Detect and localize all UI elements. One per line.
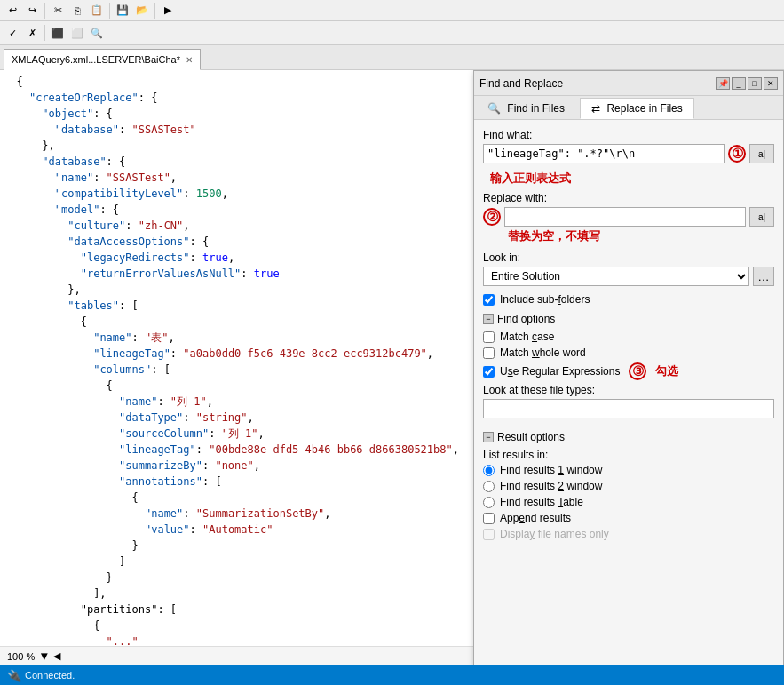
result-options-header[interactable]: − Result options <box>483 431 774 443</box>
display-file-names-checkbox <box>483 529 495 540</box>
find-options-header[interactable]: − Find options <box>483 313 774 325</box>
file-types-label: Look at these file types: <box>483 384 774 396</box>
toolbar-btn-open[interactable]: 📂 <box>133 2 151 20</box>
match-whole-word-label: Match whole word <box>500 346 586 359</box>
replace-options-btn[interactable]: a| <box>749 207 774 227</box>
replace-with-row: a| <box>504 207 774 227</box>
radio-find-results-table[interactable] <box>483 497 495 508</box>
tab-close-btn[interactable]: ✕ <box>186 55 193 65</box>
find-what-row: ① a| <box>483 144 774 163</box>
include-subfolders-checkbox[interactable] <box>483 294 495 306</box>
display-file-names-row: Display file names only <box>483 528 774 540</box>
match-case-label: Match case <box>500 331 554 343</box>
result-options-label: Result options <box>497 431 565 443</box>
toolbar-btn-b2-1[interactable]: ✓ <box>4 24 21 42</box>
annotation-circle-1: ① <box>728 145 746 163</box>
sep2 <box>109 3 110 19</box>
use-regex-checkbox[interactable] <box>483 366 495 378</box>
dialog-pin-btn[interactable]: 📌 <box>716 77 730 90</box>
radio-find-results-table-row: Find results Table <box>483 496 774 508</box>
dialog-close-btn[interactable]: ✕ <box>764 77 778 90</box>
match-case-checkbox[interactable] <box>483 331 495 343</box>
include-subfolders-row: Include sub-folders <box>483 293 774 306</box>
annotation-text-3: 勾选 <box>655 363 678 379</box>
toolbar-area: ↩ ↪ ✂ ⎘ 📋 💾 📂 ▶ ✓ ✗ ⬛ ⬜ 🔍 <box>0 0 784 45</box>
dialog-minimize-btn[interactable]: _ <box>732 77 746 90</box>
find-replace-dialog: Find and Replace 📌 _ □ ✕ 🔍 Find in Files… <box>473 70 784 665</box>
sep1 <box>44 3 45 19</box>
status-text: Connected. <box>25 670 75 681</box>
replace-with-label: Replace with: <box>483 192 774 204</box>
append-results-label: Append results <box>500 512 571 524</box>
toolbar-btn-save[interactable]: 💾 <box>114 2 131 20</box>
toolbar-btn-b2-2[interactable]: ✗ <box>23 24 41 42</box>
toolbar-btn-b2-5[interactable]: 🔍 <box>88 24 106 42</box>
radio-find-results-1[interactable] <box>483 465 495 476</box>
lookin-label: Look in: <box>483 251 774 264</box>
toolbar-btn-cut[interactable]: ✂ <box>49 2 67 20</box>
status-bar: 🔌 Connected. <box>0 665 784 685</box>
lookin-select[interactable]: Entire Solution Current Document <box>483 267 749 286</box>
annotation-circle-3: ③ <box>629 362 646 380</box>
dialog-title-text: Find and Replace <box>479 77 563 90</box>
annotation-circle-2: ② <box>483 208 501 226</box>
status-icon: 🔌 <box>7 669 21 682</box>
radio-find-results-2-row: Find results 2 window <box>483 480 774 492</box>
annotation-text-1: 输入正则表达式 <box>490 171 774 187</box>
find-what-input[interactable] <box>483 144 725 163</box>
toolbar-row2: ✓ ✗ ⬛ ⬜ 🔍 <box>0 21 784 44</box>
sep4 <box>44 25 45 41</box>
radio-find-results-2[interactable] <box>483 481 495 492</box>
toolbar-btn-undo[interactable]: ↩ <box>4 2 21 20</box>
toolbar-btn-b2-4[interactable]: ⬜ <box>68 24 86 42</box>
toolbar-btn-redo[interactable]: ↪ <box>23 2 41 20</box>
tab-replace-in-files[interactable]: ⇄ Replace in Files <box>580 98 694 119</box>
match-whole-word-checkbox[interactable] <box>483 347 495 359</box>
radio-find-results-table-label: Find results Table <box>500 496 583 508</box>
find-what-options-btn[interactable]: a| <box>749 144 774 163</box>
zoom-prev-btn[interactable]: ◀ <box>53 650 60 662</box>
include-subfolders-label: Include sub-folders <box>500 293 590 306</box>
tab-find-in-files[interactable]: 🔍 Find in Files <box>476 98 576 119</box>
append-results-row: Append results <box>483 512 774 524</box>
radio-find-results-1-label: Find results 1 window <box>500 464 602 476</box>
app-container: ↩ ↪ ✂ ⎘ 📋 💾 📂 ▶ ✓ ✗ ⬛ ⬜ 🔍 XMLAQuery6.xml… <box>0 0 784 685</box>
file-types-input[interactable] <box>483 399 774 418</box>
sep3 <box>154 3 155 19</box>
dialog-titlebar: Find and Replace 📌 _ □ ✕ <box>474 71 783 96</box>
result-options-collapse-icon[interactable]: − <box>483 432 494 442</box>
tab-bar: XMLAQuery6.xml...LSERVER\BaiCha* ✕ <box>0 45 784 70</box>
match-case-row: Match case <box>483 331 774 343</box>
lookin-browse-btn[interactable]: … <box>753 267 774 286</box>
toolbar-btn-paste[interactable]: 📋 <box>88 2 106 20</box>
zoom-dropdown-btn[interactable]: ▼ <box>38 649 50 663</box>
display-file-names-label: Display file names only <box>500 528 609 540</box>
tab-label: XMLAQuery6.xml...LSERVER\BaiCha* <box>12 54 180 65</box>
binoculars-icon: 🔍 <box>487 102 501 115</box>
toolbar-row1: ↩ ↪ ✂ ⎘ 📋 💾 📂 ▶ <box>0 0 784 21</box>
find-options-label: Find options <box>497 313 555 325</box>
zoom-level: 100 % <box>7 651 35 662</box>
annotation-text-2: 替换为空，不填写 <box>508 228 774 244</box>
use-regex-label: Use Regular Expressions <box>500 365 620 378</box>
tab-find-label: Find in Files <box>507 102 565 115</box>
append-results-checkbox[interactable] <box>483 513 495 524</box>
radio-find-results-2-label: Find results 2 window <box>500 480 602 492</box>
content-area: { "createOrReplace": { "object": { "data… <box>0 70 784 665</box>
match-whole-word-row: Match whole word <box>483 346 774 359</box>
radio-find-results-1-row: Find results 1 window <box>483 464 774 476</box>
toolbar-btn-b2-3[interactable]: ⬛ <box>49 24 67 42</box>
replace-icon: ⇄ <box>591 102 600 115</box>
lookin-row: Entire Solution Current Document … <box>483 267 774 286</box>
use-regex-row: Use Regular Expressions ③ 勾选 <box>483 362 774 380</box>
toolbar-btn-copy[interactable]: ⎘ <box>68 2 86 20</box>
dialog-tabs: 🔍 Find in Files ⇄ Replace in Files <box>474 96 783 120</box>
toolbar-btn-run[interactable]: ▶ <box>159 2 177 20</box>
tab-xmlaquery[interactable]: XMLAQuery6.xml...LSERVER\BaiCha* ✕ <box>4 49 201 70</box>
dialog-controls: 📌 _ □ ✕ <box>716 77 778 90</box>
replace-with-input[interactable] <box>504 207 746 227</box>
list-results-label: List results in: <box>483 449 774 461</box>
dialog-maximize-btn[interactable]: □ <box>748 77 762 90</box>
find-what-label: Find what: <box>483 129 774 141</box>
find-options-collapse-icon[interactable]: − <box>483 314 494 324</box>
